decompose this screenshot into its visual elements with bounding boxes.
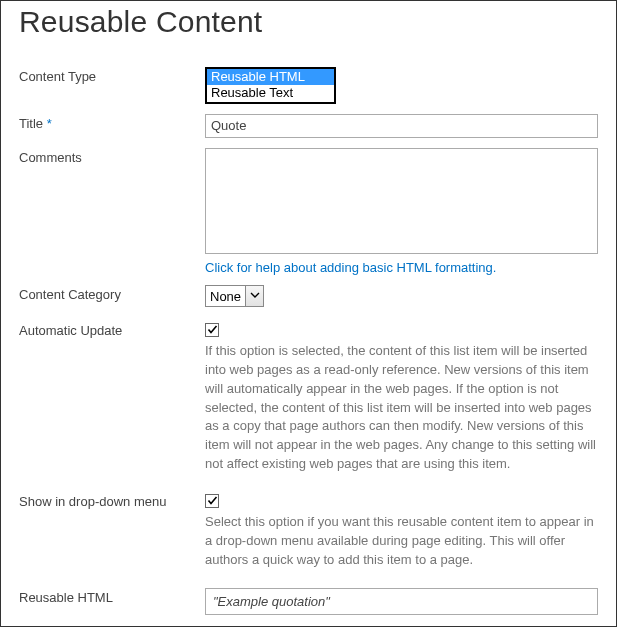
reusable-html-editor[interactable]: "Example quotation" <box>205 588 598 615</box>
chevron-down-icon[interactable] <box>245 286 263 306</box>
label-content-type: Content Type <box>19 67 205 84</box>
help-link-html-formatting[interactable]: Click for help about adding basic HTML f… <box>205 260 496 275</box>
show-in-dropdown-description: Select this option if you want this reus… <box>205 513 598 570</box>
label-reusable-html: Reusable HTML <box>19 588 205 605</box>
label-comments: Comments <box>19 148 205 165</box>
content-type-option-reusable-html[interactable]: Reusable HTML <box>207 69 334 85</box>
content-type-listbox[interactable]: Reusable HTML Reusable Text <box>205 67 336 104</box>
content-type-option-reusable-text[interactable]: Reusable Text <box>207 85 334 101</box>
content-category-value: None <box>206 286 245 306</box>
required-mark: * <box>47 116 52 131</box>
automatic-update-description: If this option is selected, the content … <box>205 342 598 474</box>
automatic-update-checkbox[interactable] <box>205 323 219 337</box>
title-input[interactable] <box>205 114 598 138</box>
label-content-category: Content Category <box>19 285 205 302</box>
label-title: Title <box>19 116 43 131</box>
label-automatic-update: Automatic Update <box>19 321 205 338</box>
show-in-dropdown-checkbox[interactable] <box>205 494 219 508</box>
page-title: Reusable Content <box>19 5 598 39</box>
comments-textarea[interactable] <box>205 148 598 254</box>
label-show-in-dropdown: Show in drop-down menu <box>19 492 205 509</box>
content-category-select[interactable]: None <box>205 285 264 307</box>
